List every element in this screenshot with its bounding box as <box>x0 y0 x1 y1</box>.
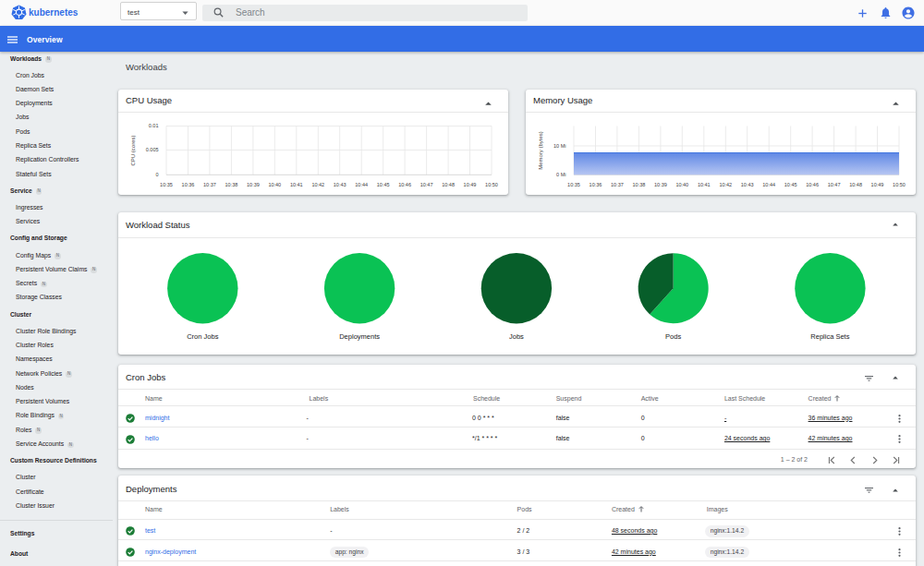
svg-text:10:49: 10:49 <box>464 182 477 187</box>
svg-text:10:50: 10:50 <box>485 182 498 187</box>
svg-text:10:42: 10:42 <box>719 182 732 187</box>
svg-text:10:41: 10:41 <box>290 182 303 187</box>
svg-text:10:46: 10:46 <box>806 182 819 187</box>
svg-text:10:43: 10:43 <box>334 182 346 187</box>
svg-text:10:45: 10:45 <box>784 182 797 187</box>
svg-text:10:39: 10:39 <box>654 182 667 187</box>
svg-text:10:37: 10:37 <box>611 182 624 187</box>
svg-text:10:48: 10:48 <box>849 182 862 187</box>
svg-text:0 Mi: 0 Mi <box>556 172 565 177</box>
svg-text:10:35: 10:35 <box>160 182 173 187</box>
svg-text:10:43: 10:43 <box>741 182 754 187</box>
svg-text:10:39: 10:39 <box>247 182 260 187</box>
svg-text:0.01: 0.01 <box>149 123 159 128</box>
svg-text:10:49: 10:49 <box>871 182 884 187</box>
svg-text:10:46: 10:46 <box>398 182 411 187</box>
svg-text:0.005: 0.005 <box>146 147 159 152</box>
svg-text:10:40: 10:40 <box>268 182 281 187</box>
svg-text:10:38: 10:38 <box>633 182 646 187</box>
svg-text:10:44: 10:44 <box>762 182 775 187</box>
svg-text:10:47: 10:47 <box>420 182 433 187</box>
svg-text:Cron Jobs: Cron Jobs <box>187 332 218 341</box>
svg-text:CPU (cores): CPU (cores) <box>130 135 136 165</box>
svg-text:Replica Sets: Replica Sets <box>810 332 849 341</box>
svg-text:Memory (bytes): Memory (bytes) <box>538 131 543 170</box>
svg-text:10:37: 10:37 <box>203 182 216 187</box>
svg-text:10:44: 10:44 <box>355 182 368 187</box>
svg-text:Jobs: Jobs <box>509 332 524 341</box>
svg-text:10:48: 10:48 <box>442 182 455 187</box>
svg-text:10:50: 10:50 <box>893 182 906 187</box>
svg-text:10:41: 10:41 <box>698 182 711 187</box>
svg-text:0: 0 <box>155 172 158 177</box>
svg-text:10:45: 10:45 <box>377 182 390 187</box>
svg-text:10:47: 10:47 <box>828 182 841 187</box>
svg-text:10:36: 10:36 <box>590 182 602 187</box>
svg-text:10:42: 10:42 <box>311 182 324 187</box>
svg-text:Pods: Pods <box>665 332 681 341</box>
svg-text:10 Mi: 10 Mi <box>553 143 565 149</box>
svg-text:10:35: 10:35 <box>567 182 580 187</box>
svg-text:10:36: 10:36 <box>182 182 195 187</box>
svg-text:Deployments: Deployments <box>339 332 380 341</box>
svg-text:10:38: 10:38 <box>225 182 238 187</box>
svg-text:10:40: 10:40 <box>675 182 688 187</box>
